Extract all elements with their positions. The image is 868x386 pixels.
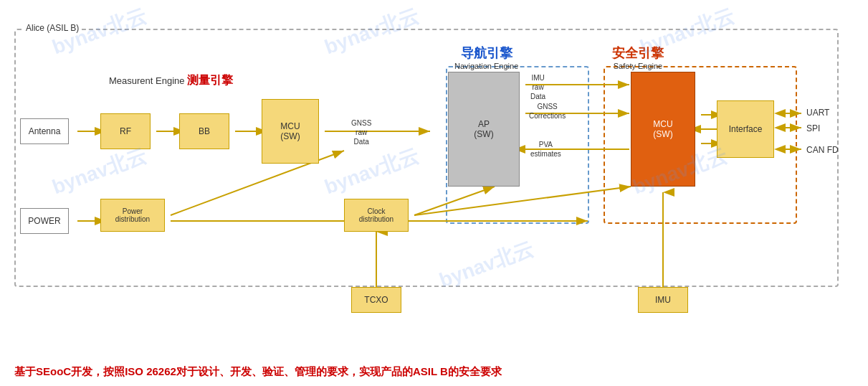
diagram-container: bynav北云 bynav北云 bynav北云 bynav北云 bynav北云 …: [7, 7, 857, 337]
imu-box: IMU: [638, 287, 688, 313]
measure-engine-cn: 测量引擎: [187, 74, 233, 86]
mcu-safety-box: MCU(SW): [631, 72, 695, 187]
bb-label: BB: [199, 126, 210, 136]
antenna-label: Antenna: [29, 126, 61, 136]
alice-label: Alice (ASIL B): [23, 23, 82, 33]
tcxo-label: TCXO: [364, 295, 388, 305]
mcu-measure-box: MCU(SW): [262, 99, 319, 164]
interface-box: Interface: [717, 100, 774, 158]
mcu-measure-label: MCU(SW): [280, 121, 300, 141]
measure-engine-en: Measurent Engine: [109, 75, 185, 86]
interface-label: Interface: [729, 124, 763, 134]
safety-engine-en: Safety Engine: [612, 62, 664, 70]
rf-label: RF: [120, 126, 131, 136]
safety-engine-cn: 安全引擎: [612, 44, 664, 62]
nav-engine-en: Navigation Engine: [454, 62, 518, 70]
antenna-box: Antenna: [20, 118, 69, 144]
gnss-corrections-label: GNSSCorrections: [529, 102, 566, 121]
tcxo-box: TCXO: [351, 287, 401, 313]
rf-box: RF: [100, 113, 151, 149]
can-fd-label: CAN FD: [806, 145, 839, 155]
pva-estimates-label: PVAestimates: [530, 140, 561, 159]
nav-engine-cn: 导航引擎: [454, 44, 518, 62]
ap-box: AP(SW): [448, 72, 520, 187]
spi-label: SPI: [806, 123, 820, 133]
gnss-raw-data-label: GNSSrawData: [351, 118, 371, 146]
alice-border: Alice (ASIL B) 导航引擎 Navigation Engine 安全…: [14, 29, 839, 287]
clock-dist-label: Clockdistribution: [359, 207, 394, 223]
power-dist-box: Powerdistribution: [100, 199, 165, 232]
imu-label: IMU: [655, 295, 671, 305]
bb-box: BB: [179, 113, 229, 149]
power-dist-label: Powerdistribution: [115, 207, 150, 223]
bottom-text: 基于SEooC开发，按照ISO 26262对于设计、开发、验证、管理的要求，实现…: [14, 365, 853, 379]
power-box: POWER: [20, 208, 69, 234]
safety-engine-label: 安全引擎 Safety Engine: [612, 44, 664, 70]
measure-engine-label: Measurent Engine 测量引擎: [109, 73, 233, 88]
mcu-safety-label: MCU(SW): [653, 119, 672, 139]
power-label: POWER: [28, 216, 60, 226]
ap-label: AP(SW): [474, 119, 493, 139]
nav-engine-label: 导航引擎 Navigation Engine: [454, 44, 518, 70]
imu-raw-data-label: IMUrawData: [530, 73, 545, 101]
uart-label: UART: [806, 108, 829, 118]
clock-dist-box: Clockdistribution: [344, 199, 409, 232]
